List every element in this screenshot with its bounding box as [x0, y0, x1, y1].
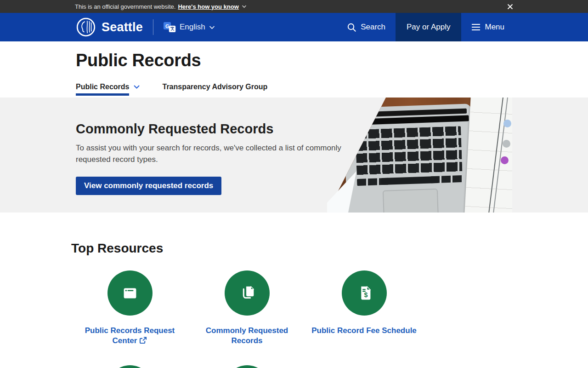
fee-invoice-icon: $ — [354, 282, 375, 304]
svg-text:G: G — [165, 23, 170, 29]
laptop-image — [344, 104, 475, 213]
chevron-down-icon — [242, 5, 247, 8]
hero-body: To assist you with your search for recor… — [76, 143, 341, 165]
resource-icon-circle — [107, 365, 153, 368]
keyboard — [355, 126, 462, 177]
resource-item-public-records-request-center[interactable]: Public Records Request Center — [71, 270, 188, 347]
menu-button[interactable]: Menu — [461, 13, 514, 41]
chevron-down-icon — [133, 85, 140, 89]
pay-or-apply-label: Pay or Apply — [407, 23, 450, 32]
resource-icon-circle: $ — [342, 270, 387, 316]
menu-icon — [471, 23, 481, 31]
resource-icon-circle — [107, 270, 153, 316]
seattle-logo[interactable] — [76, 17, 96, 37]
banner-close-button[interactable] — [507, 4, 513, 10]
browser-window-icon — [119, 282, 141, 304]
resources-grid: Public Records Request Center Commonly R… — [71, 270, 588, 368]
search-label: Search — [361, 23, 385, 32]
menu-label: Menu — [485, 23, 504, 32]
top-resources-section: Top Resources Public Records Request Cen… — [0, 213, 588, 368]
external-link-icon — [139, 336, 147, 347]
resource-icon-circle — [225, 270, 270, 316]
resource-icon-circle — [225, 365, 270, 368]
laptop-photo — [327, 98, 512, 213]
language-label: English — [180, 23, 205, 32]
top-resources-heading: Top Resources — [71, 241, 588, 256]
papers — [465, 98, 512, 213]
tab-public-records[interactable]: Public Records — [76, 83, 140, 98]
search-icon — [347, 23, 356, 32]
official-banner: This is an official government website. … — [0, 0, 588, 13]
copy-documents-icon — [237, 282, 258, 304]
language-selector[interactable]: G English — [164, 13, 215, 41]
banner-text: This is an official government website. — [75, 3, 175, 10]
resource-item-partial[interactable] — [71, 365, 188, 368]
resource-label: Public Record Fee Schedule — [311, 326, 417, 336]
pay-or-apply-button[interactable]: Pay or Apply — [396, 13, 461, 41]
trackpad — [383, 189, 439, 213]
resource-item-public-record-fee-schedule[interactable]: $ Public Record Fee Schedule — [305, 270, 423, 347]
header-divider — [153, 19, 153, 35]
resource-label: Commonly Requested Records — [204, 326, 289, 346]
resource-label: Public Records Request Center — [84, 326, 176, 347]
site-header: Seattle G English Search Pay or Apply Me… — [0, 13, 588, 41]
banner-link[interactable]: Here's how you know — [178, 3, 238, 10]
close-icon — [507, 4, 513, 10]
search-button[interactable]: Search — [337, 13, 396, 41]
tab-label: Public Records — [76, 83, 129, 91]
tab-bar: Public Records Transparency Advisory Gro… — [0, 83, 588, 98]
view-records-button[interactable]: View commonly requested records — [76, 177, 221, 195]
brand-name[interactable]: Seattle — [102, 20, 143, 34]
translate-icon: G — [164, 22, 176, 32]
svg-text:$: $ — [364, 291, 368, 299]
resource-item-partial[interactable] — [188, 365, 305, 368]
tab-transparency-advisory-group[interactable]: Transparency Advisory Group — [162, 83, 267, 98]
hero-section: Commonly Requested Records To assist you… — [0, 98, 588, 213]
chevron-down-icon — [209, 25, 215, 29]
resource-item-commonly-requested-records[interactable]: Commonly Requested Records — [188, 270, 305, 347]
page-title: Public Records — [76, 51, 512, 70]
tab-label: Transparency Advisory Group — [162, 83, 267, 91]
hero-heading: Commonly Requested Records — [76, 121, 349, 137]
